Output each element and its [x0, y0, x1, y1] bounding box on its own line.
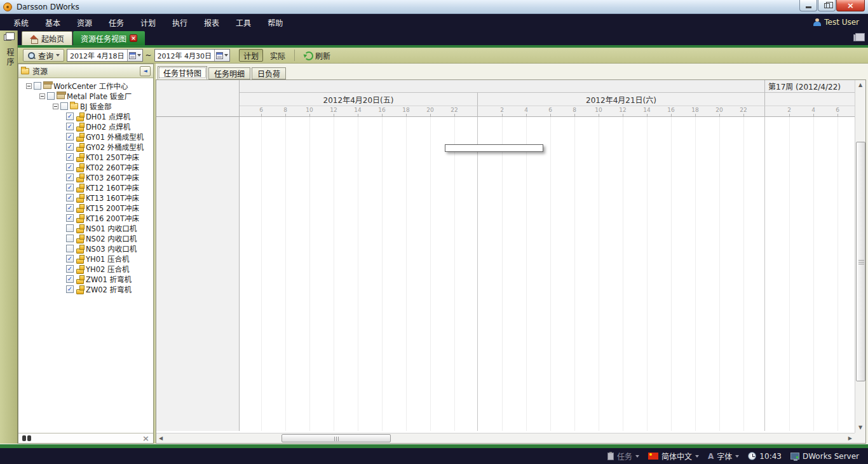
tree-checkbox[interactable]: ✓ — [66, 163, 74, 171]
tree-checkbox[interactable]: ✓ — [66, 214, 74, 222]
tree-node[interactable]: ✓KT01 250T冲床 — [18, 152, 153, 162]
tree-checkbox[interactable]: ✓ — [66, 113, 74, 120]
tree-node[interactable]: ✓KT13 160T冲床 — [18, 193, 153, 203]
tree-checkbox[interactable] — [34, 82, 41, 90]
tree-node[interactable]: ✓KT12 160T冲床 — [18, 182, 153, 193]
menu-item[interactable]: 计划 — [132, 14, 164, 31]
machine-icon — [76, 113, 84, 121]
query-button[interactable]: 查询 — [23, 49, 64, 62]
tree-checkbox[interactable]: ✓ — [66, 153, 74, 161]
status-language-menu[interactable]: 简体中文 — [648, 451, 699, 461]
tree-checkbox[interactable] — [66, 224, 74, 232]
menu-item[interactable]: 执行 — [164, 14, 196, 31]
tree-checkbox[interactable]: ✓ — [66, 285, 74, 293]
minimize-button[interactable] — [799, 0, 817, 11]
tree-node[interactable]: ✓DH02 点焊机 — [18, 121, 153, 132]
tree-node[interactable]: ✓ZW02 折弯机 — [18, 284, 153, 294]
tree-checkbox[interactable]: ✓ — [66, 255, 74, 263]
scroll-down-icon[interactable]: ▼ — [858, 425, 862, 430]
vertical-scroll-thumb[interactable] — [856, 142, 865, 381]
tree-checkbox[interactable] — [66, 235, 74, 242]
tree-checkbox[interactable] — [47, 92, 55, 100]
program-panel-icon[interactable] — [4, 34, 11, 41]
view-tab[interactable]: 任务明细 — [208, 67, 250, 79]
tree-node[interactable]: Metal Plate 钣金厂 — [18, 91, 153, 101]
scroll-left-icon[interactable]: ◀ — [159, 436, 163, 441]
clear-filter-icon[interactable]: × — [142, 434, 149, 442]
tree-checkbox[interactable]: ✓ — [66, 194, 74, 201]
tree-node[interactable]: ✓KT15 200T冲床 — [18, 203, 153, 213]
menu-item[interactable]: 工具 — [227, 14, 259, 31]
title-bar[interactable]: Darsson DWorks × — [0, 0, 868, 14]
tab-resource-task-view[interactable]: 资源任务视图 × — [73, 31, 145, 45]
date-to-picker[interactable]: 2012年 4月30日 — [154, 49, 231, 62]
tree-node[interactable]: NS01 内收口机 — [18, 223, 153, 233]
collapse-panel-button[interactable]: ◄ — [140, 66, 151, 76]
gantt-day-header: 2012年4月21日(六) — [477, 93, 764, 106]
menu-item[interactable]: 系统 — [5, 14, 37, 31]
tree-node[interactable]: ✓YH01 压合机 — [18, 254, 153, 264]
gantt-vertical-scrollbar[interactable]: ▲ ▼ — [855, 80, 865, 433]
tree-expander-icon[interactable] — [53, 104, 58, 109]
hour-tick — [526, 114, 527, 116]
tree-node[interactable]: ✓KT03 260T冲床 — [18, 172, 153, 182]
scroll-right-icon[interactable]: ▶ — [848, 436, 852, 441]
tree-checkbox[interactable]: ✓ — [66, 265, 74, 273]
actual-toggle-button[interactable]: 实际 — [266, 49, 290, 62]
tree-checkbox[interactable]: ✓ — [66, 184, 74, 191]
tree-node[interactable]: ✓GY02 外桶成型机 — [18, 142, 153, 152]
status-font-menu[interactable]: A 字体 — [708, 451, 739, 461]
find-icon[interactable] — [22, 435, 31, 441]
menu-item[interactable]: 任务 — [100, 14, 132, 31]
date-to-calendar-button[interactable] — [214, 50, 229, 61]
tab-close-icon[interactable]: × — [130, 34, 137, 42]
tree-node[interactable]: ✓KT16 200T冲床 — [18, 213, 153, 223]
tree-checkbox[interactable]: ✓ — [66, 123, 74, 130]
tree-node[interactable]: ✓KT02 260T冲床 — [18, 162, 153, 172]
refresh-button[interactable]: 刷新 — [299, 49, 335, 62]
tree-node[interactable]: ✓DH01 点焊机 — [18, 111, 153, 121]
menu-item[interactable]: 帮助 — [259, 14, 291, 31]
user-indicator[interactable]: Test User — [813, 14, 859, 31]
view-tab[interactable]: 日负荷 — [252, 67, 286, 79]
user-name: Test User — [824, 18, 859, 27]
program-panel-label[interactable]: 程序 — [4, 48, 15, 67]
tree-node[interactable]: ✓GY01 外桶成型机 — [18, 132, 153, 142]
window-list-icon[interactable] — [853, 34, 862, 41]
menu-item[interactable]: 基本 — [37, 14, 69, 31]
tree-checkbox[interactable] — [60, 102, 68, 110]
date-from-picker[interactable]: 2012年 4月18日 — [67, 49, 143, 62]
tree-checkbox[interactable]: ✓ — [66, 174, 74, 181]
tree-node[interactable]: NS02 内收口机 — [18, 233, 153, 243]
language-flag-icon — [648, 453, 658, 460]
horizontal-scroll-thumb[interactable] — [281, 434, 391, 442]
scroll-up-icon[interactable]: ▲ — [858, 83, 862, 88]
tree-checkbox[interactable]: ✓ — [66, 133, 74, 140]
date-from-calendar-button[interactable] — [127, 50, 142, 61]
tree-checkbox[interactable]: ✓ — [66, 204, 74, 212]
tree-expander-icon[interactable] — [26, 83, 32, 89]
tree-node[interactable]: NS03 内收口机 — [18, 243, 153, 254]
menu-item[interactable]: 资源 — [69, 14, 100, 31]
view-tabs: 任务甘特图任务明细日负荷 — [158, 66, 287, 79]
tree-checkbox[interactable]: ✓ — [66, 143, 74, 151]
menu-item[interactable]: 报表 — [196, 14, 227, 31]
tree-node[interactable]: ✓ZW01 折弯机 — [18, 274, 153, 284]
gantt-horizontal-scrollbar[interactable]: ◀ ▶ — [156, 433, 855, 443]
view-tab[interactable]: 任务甘特图 — [158, 66, 207, 79]
tree-checkbox[interactable]: ✓ — [66, 275, 74, 283]
tab-home-page[interactable]: 起始页 — [22, 31, 72, 45]
plan-toggle-button[interactable]: 计划 — [239, 49, 263, 62]
tree-node[interactable]: ✓YH02 压合机 — [18, 264, 153, 274]
task-tooltip — [445, 144, 543, 152]
date-caret-icon — [224, 54, 228, 57]
close-button[interactable]: × — [836, 0, 865, 11]
restore-button[interactable] — [818, 0, 836, 11]
status-task-menu[interactable]: 任务 — [607, 451, 639, 461]
tree-node[interactable]: WorkCenter 工作中心 — [18, 81, 153, 91]
tree-node[interactable]: BJ 钣金部 — [18, 101, 153, 111]
tree-expander-icon[interactable] — [39, 93, 45, 99]
folder-icon — [21, 68, 29, 74]
tree-checkbox[interactable] — [66, 245, 74, 252]
resource-tree-panel: 资源 ◄ WorkCenter 工作中心Metal Plate 钣金厂BJ 钣金… — [18, 64, 154, 444]
